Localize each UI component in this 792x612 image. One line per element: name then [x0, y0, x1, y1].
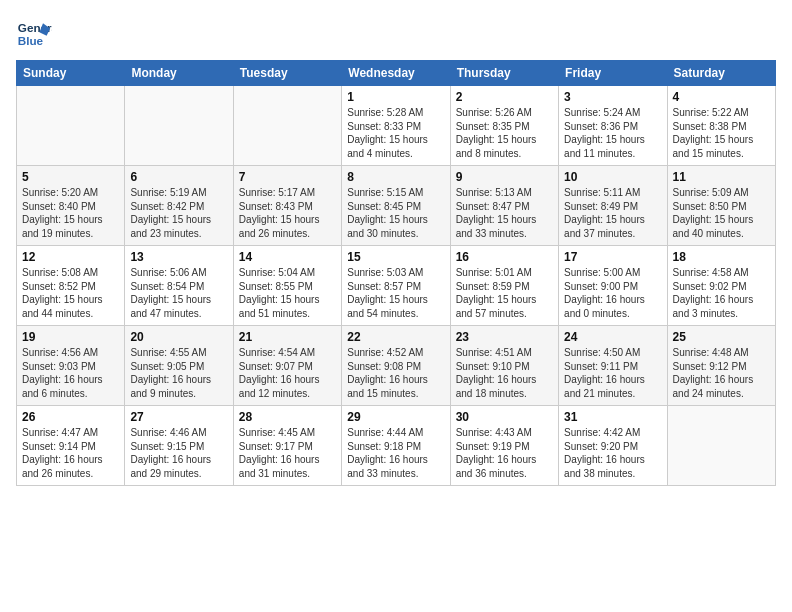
day-info: Sunrise: 5:13 AM Sunset: 8:47 PM Dayligh…: [456, 186, 553, 240]
calendar-cell: 15Sunrise: 5:03 AM Sunset: 8:57 PM Dayli…: [342, 246, 450, 326]
calendar-cell: 22Sunrise: 4:52 AM Sunset: 9:08 PM Dayli…: [342, 326, 450, 406]
calendar-cell: [125, 86, 233, 166]
weekday-header-wednesday: Wednesday: [342, 61, 450, 86]
day-number: 6: [130, 170, 227, 184]
day-number: 28: [239, 410, 336, 424]
calendar-cell: 1Sunrise: 5:28 AM Sunset: 8:33 PM Daylig…: [342, 86, 450, 166]
logo: General Blue: [16, 16, 52, 52]
calendar-cell: 29Sunrise: 4:44 AM Sunset: 9:18 PM Dayli…: [342, 406, 450, 486]
day-info: Sunrise: 4:47 AM Sunset: 9:14 PM Dayligh…: [22, 426, 119, 480]
day-info: Sunrise: 5:24 AM Sunset: 8:36 PM Dayligh…: [564, 106, 661, 160]
day-info: Sunrise: 5:19 AM Sunset: 8:42 PM Dayligh…: [130, 186, 227, 240]
day-number: 12: [22, 250, 119, 264]
day-number: 15: [347, 250, 444, 264]
svg-text:Blue: Blue: [18, 34, 44, 47]
calendar-cell: 12Sunrise: 5:08 AM Sunset: 8:52 PM Dayli…: [17, 246, 125, 326]
day-info: Sunrise: 5:15 AM Sunset: 8:45 PM Dayligh…: [347, 186, 444, 240]
day-info: Sunrise: 4:46 AM Sunset: 9:15 PM Dayligh…: [130, 426, 227, 480]
calendar-table: SundayMondayTuesdayWednesdayThursdayFrid…: [16, 60, 776, 486]
calendar-cell: 17Sunrise: 5:00 AM Sunset: 9:00 PM Dayli…: [559, 246, 667, 326]
weekday-header-saturday: Saturday: [667, 61, 775, 86]
day-number: 31: [564, 410, 661, 424]
day-info: Sunrise: 4:52 AM Sunset: 9:08 PM Dayligh…: [347, 346, 444, 400]
day-number: 14: [239, 250, 336, 264]
day-number: 16: [456, 250, 553, 264]
day-number: 2: [456, 90, 553, 104]
day-info: Sunrise: 5:28 AM Sunset: 8:33 PM Dayligh…: [347, 106, 444, 160]
calendar-cell: 2Sunrise: 5:26 AM Sunset: 8:35 PM Daylig…: [450, 86, 558, 166]
calendar-cell: 30Sunrise: 4:43 AM Sunset: 9:19 PM Dayli…: [450, 406, 558, 486]
day-number: 7: [239, 170, 336, 184]
day-number: 22: [347, 330, 444, 344]
calendar-cell: [667, 406, 775, 486]
week-row-3: 12Sunrise: 5:08 AM Sunset: 8:52 PM Dayli…: [17, 246, 776, 326]
week-row-1: 1Sunrise: 5:28 AM Sunset: 8:33 PM Daylig…: [17, 86, 776, 166]
calendar-cell: 20Sunrise: 4:55 AM Sunset: 9:05 PM Dayli…: [125, 326, 233, 406]
day-number: 25: [673, 330, 770, 344]
day-info: Sunrise: 4:58 AM Sunset: 9:02 PM Dayligh…: [673, 266, 770, 320]
day-number: 9: [456, 170, 553, 184]
calendar-cell: 31Sunrise: 4:42 AM Sunset: 9:20 PM Dayli…: [559, 406, 667, 486]
day-number: 4: [673, 90, 770, 104]
day-number: 5: [22, 170, 119, 184]
day-number: 24: [564, 330, 661, 344]
calendar-cell: 23Sunrise: 4:51 AM Sunset: 9:10 PM Dayli…: [450, 326, 558, 406]
calendar-cell: 6Sunrise: 5:19 AM Sunset: 8:42 PM Daylig…: [125, 166, 233, 246]
calendar-cell: 8Sunrise: 5:15 AM Sunset: 8:45 PM Daylig…: [342, 166, 450, 246]
calendar-cell: 18Sunrise: 4:58 AM Sunset: 9:02 PM Dayli…: [667, 246, 775, 326]
day-info: Sunrise: 5:26 AM Sunset: 8:35 PM Dayligh…: [456, 106, 553, 160]
day-info: Sunrise: 4:51 AM Sunset: 9:10 PM Dayligh…: [456, 346, 553, 400]
day-number: 27: [130, 410, 227, 424]
day-info: Sunrise: 5:04 AM Sunset: 8:55 PM Dayligh…: [239, 266, 336, 320]
weekday-header-monday: Monday: [125, 61, 233, 86]
day-info: Sunrise: 5:09 AM Sunset: 8:50 PM Dayligh…: [673, 186, 770, 240]
day-info: Sunrise: 4:45 AM Sunset: 9:17 PM Dayligh…: [239, 426, 336, 480]
calendar-cell: 11Sunrise: 5:09 AM Sunset: 8:50 PM Dayli…: [667, 166, 775, 246]
day-info: Sunrise: 5:00 AM Sunset: 9:00 PM Dayligh…: [564, 266, 661, 320]
day-info: Sunrise: 5:06 AM Sunset: 8:54 PM Dayligh…: [130, 266, 227, 320]
day-number: 3: [564, 90, 661, 104]
day-info: Sunrise: 4:55 AM Sunset: 9:05 PM Dayligh…: [130, 346, 227, 400]
week-row-4: 19Sunrise: 4:56 AM Sunset: 9:03 PM Dayli…: [17, 326, 776, 406]
day-number: 13: [130, 250, 227, 264]
calendar-cell: 13Sunrise: 5:06 AM Sunset: 8:54 PM Dayli…: [125, 246, 233, 326]
logo-icon: General Blue: [16, 16, 52, 52]
day-number: 11: [673, 170, 770, 184]
calendar-cell: 16Sunrise: 5:01 AM Sunset: 8:59 PM Dayli…: [450, 246, 558, 326]
day-number: 26: [22, 410, 119, 424]
day-info: Sunrise: 5:22 AM Sunset: 8:38 PM Dayligh…: [673, 106, 770, 160]
calendar-cell: 19Sunrise: 4:56 AM Sunset: 9:03 PM Dayli…: [17, 326, 125, 406]
day-number: 18: [673, 250, 770, 264]
day-number: 10: [564, 170, 661, 184]
day-number: 23: [456, 330, 553, 344]
weekday-header-sunday: Sunday: [17, 61, 125, 86]
day-number: 1: [347, 90, 444, 104]
day-info: Sunrise: 5:17 AM Sunset: 8:43 PM Dayligh…: [239, 186, 336, 240]
day-number: 8: [347, 170, 444, 184]
day-info: Sunrise: 4:43 AM Sunset: 9:19 PM Dayligh…: [456, 426, 553, 480]
day-info: Sunrise: 5:08 AM Sunset: 8:52 PM Dayligh…: [22, 266, 119, 320]
calendar-cell: [17, 86, 125, 166]
weekday-header-friday: Friday: [559, 61, 667, 86]
day-number: 21: [239, 330, 336, 344]
calendar-cell: 3Sunrise: 5:24 AM Sunset: 8:36 PM Daylig…: [559, 86, 667, 166]
day-info: Sunrise: 5:11 AM Sunset: 8:49 PM Dayligh…: [564, 186, 661, 240]
day-number: 30: [456, 410, 553, 424]
calendar-cell: 9Sunrise: 5:13 AM Sunset: 8:47 PM Daylig…: [450, 166, 558, 246]
weekday-header-row: SundayMondayTuesdayWednesdayThursdayFrid…: [17, 61, 776, 86]
calendar-cell: 14Sunrise: 5:04 AM Sunset: 8:55 PM Dayli…: [233, 246, 341, 326]
weekday-header-thursday: Thursday: [450, 61, 558, 86]
day-info: Sunrise: 4:42 AM Sunset: 9:20 PM Dayligh…: [564, 426, 661, 480]
calendar-cell: 28Sunrise: 4:45 AM Sunset: 9:17 PM Dayli…: [233, 406, 341, 486]
calendar-cell: 26Sunrise: 4:47 AM Sunset: 9:14 PM Dayli…: [17, 406, 125, 486]
calendar-cell: 27Sunrise: 4:46 AM Sunset: 9:15 PM Dayli…: [125, 406, 233, 486]
weekday-header-tuesday: Tuesday: [233, 61, 341, 86]
day-info: Sunrise: 5:20 AM Sunset: 8:40 PM Dayligh…: [22, 186, 119, 240]
day-info: Sunrise: 4:48 AM Sunset: 9:12 PM Dayligh…: [673, 346, 770, 400]
week-row-5: 26Sunrise: 4:47 AM Sunset: 9:14 PM Dayli…: [17, 406, 776, 486]
day-info: Sunrise: 4:56 AM Sunset: 9:03 PM Dayligh…: [22, 346, 119, 400]
day-info: Sunrise: 5:03 AM Sunset: 8:57 PM Dayligh…: [347, 266, 444, 320]
calendar-cell: [233, 86, 341, 166]
calendar-cell: 7Sunrise: 5:17 AM Sunset: 8:43 PM Daylig…: [233, 166, 341, 246]
day-info: Sunrise: 4:44 AM Sunset: 9:18 PM Dayligh…: [347, 426, 444, 480]
